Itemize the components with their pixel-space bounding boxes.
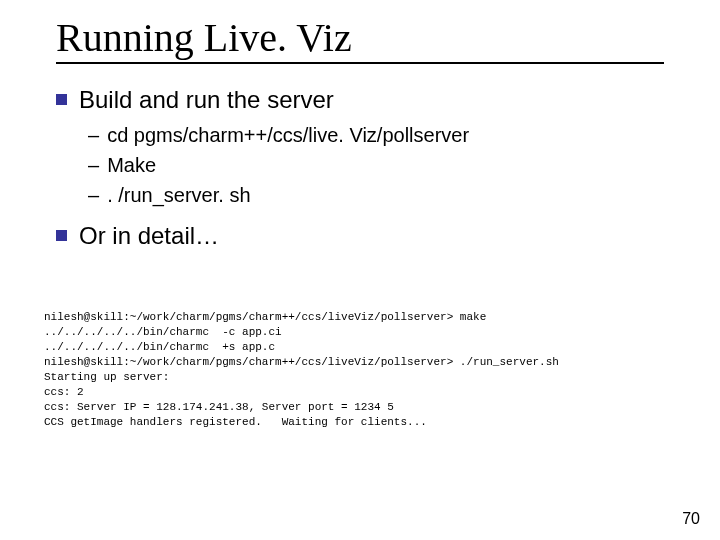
terminal-line: nilesh@skill:~/work/charm/pgms/charm++/c… <box>44 311 486 323</box>
square-bullet-icon <box>56 230 67 241</box>
terminal-line: ../../../../../bin/charmc -c app.ci <box>44 326 282 338</box>
terminal-line: ../../../../../bin/charmc +s app.c <box>44 341 275 353</box>
sub-bullet-item: – . /run_server. sh <box>88 182 676 208</box>
page-number: 70 <box>682 510 700 528</box>
terminal-line: ccs: Server IP = 128.174.241.38, Server … <box>44 401 394 413</box>
terminal-line: nilesh@skill:~/work/charm/pgms/charm++/c… <box>44 356 559 368</box>
dash-bullet-icon: – <box>88 182 99 208</box>
sub-bullet-item: – Make <box>88 152 676 178</box>
sub-bullet-text: Make <box>107 152 156 178</box>
terminal-output: nilesh@skill:~/work/charm/pgms/charm++/c… <box>44 310 684 430</box>
sub-bullet-item: – cd pgms/charm++/ccs/live. Viz/pollserv… <box>88 122 676 148</box>
title-underline <box>56 62 664 64</box>
slide-body: Build and run the server – cd pgms/charm… <box>56 80 676 256</box>
bullet-item: Or in detail… <box>56 222 676 250</box>
slide: Running Live. Viz Build and run the serv… <box>0 0 720 540</box>
slide-title: Running Live. Viz <box>56 14 352 61</box>
square-bullet-icon <box>56 94 67 105</box>
dash-bullet-icon: – <box>88 152 99 178</box>
bullet-item: Build and run the server <box>56 86 676 114</box>
sub-bullet-text: . /run_server. sh <box>107 182 250 208</box>
terminal-line: ccs: 2 <box>44 386 84 398</box>
bullet-text: Or in detail… <box>79 222 219 250</box>
sub-bullet-text: cd pgms/charm++/ccs/live. Viz/pollserver <box>107 122 469 148</box>
terminal-line: Starting up server: <box>44 371 169 383</box>
dash-bullet-icon: – <box>88 122 99 148</box>
sub-list: – cd pgms/charm++/ccs/live. Viz/pollserv… <box>88 122 676 208</box>
bullet-text: Build and run the server <box>79 86 334 114</box>
terminal-line: CCS getImage handlers registered. Waitin… <box>44 416 427 428</box>
